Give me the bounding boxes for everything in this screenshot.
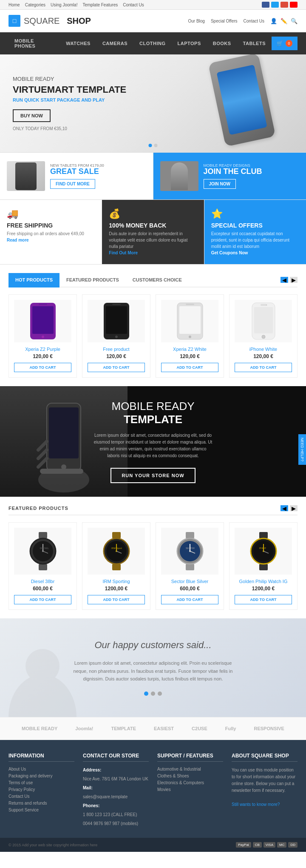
need-help-tab[interactable]: NEED HELP? (298, 434, 306, 465)
footer-packaging-link[interactable]: Packaging and delivery (8, 774, 74, 778)
promo-findout-button[interactable]: FIND OUT MORE (50, 179, 95, 189)
tab-hot-products[interactable]: HOT PRODUCTS (8, 273, 60, 287)
footer-about-link[interactable]: About Us (8, 767, 74, 771)
footer-about-link-more[interactable]: Still wants to know more? (232, 802, 298, 807)
testimonial-dot-3[interactable] (158, 692, 162, 696)
hero-image (136, 54, 306, 152)
tab-featured-products[interactable]: FEATURED PRODUCTS (60, 273, 126, 287)
add-to-cart-diesel[interactable]: ADD TO CART (14, 595, 71, 604)
svg-rect-19 (49, 407, 79, 458)
truck-icon: 🚚 (7, 208, 95, 219)
svg-rect-25 (39, 532, 47, 538)
product-name-free: Free product (88, 347, 145, 352)
header-offers-link[interactable]: Special Offers (211, 19, 238, 23)
footer-automotive-link[interactable]: Automotive & Industrial (157, 767, 223, 771)
footer-returns-link[interactable]: Returns and refunds (8, 801, 74, 805)
product-name-xperia-white: Xperia Z2 White (161, 347, 218, 352)
product-image-irm: IRM Sport (88, 528, 145, 575)
nav-watches[interactable]: Watches (60, 35, 96, 52)
footer-grid: INFORMATION About Us Packaging and deliv… (8, 753, 298, 838)
footer-contact-link[interactable]: Contact Us (8, 794, 74, 799)
add-to-cart-sector[interactable]: ADD TO CART (161, 595, 218, 604)
twitter-icon[interactable] (271, 2, 279, 8)
product-image-xperia-purple (14, 300, 71, 342)
topnav-joomla[interactable]: Using Joomla! (51, 3, 77, 7)
promo-title-2: JOIN THE CLUB (204, 168, 300, 176)
footer-clothes-link[interactable]: Clothes & Shoes (157, 774, 223, 778)
svg-text:DIESEL: DIESEL (40, 547, 49, 549)
pencil-icon[interactable]: ✏️ (280, 18, 287, 24)
partner-joomla: Joomla! (75, 726, 93, 731)
cart-button[interactable]: 🛒 0 (272, 37, 298, 50)
svg-line-23 (38, 458, 47, 467)
footer-info-title: INFORMATION (8, 753, 74, 762)
shipping-link[interactable]: Read more (7, 238, 29, 242)
topnav-home[interactable]: Home (8, 3, 20, 7)
facebook-icon[interactable] (262, 2, 269, 8)
hero-link[interactable]: RUN QUICK START PACKAGE AND PLAY (13, 97, 126, 102)
product-price-free: 120,00 € (88, 353, 145, 359)
add-to-cart-xperia-white[interactable]: ADD TO CART (161, 363, 218, 372)
payment-dd: DD (288, 842, 298, 848)
offers-link[interactable]: Get Coupons Now (211, 250, 248, 255)
cart-count: 0 (286, 40, 292, 47)
nav-clothing[interactable]: Clothing (133, 35, 171, 52)
header-blog-link[interactable]: Our Blog (188, 19, 204, 23)
featured-products-grid: DIESEL Diesel 38br 600,00 € ADD TO CART … (8, 522, 298, 610)
svg-point-14 (262, 335, 265, 339)
nav-mobile-phones[interactable]: Mobile Phones (8, 32, 60, 54)
nav-books[interactable]: Books (207, 35, 237, 52)
tab-customers-choice[interactable]: CUSTOMERS CHOICE (126, 273, 189, 287)
product-image-sector: SECTOR (161, 528, 218, 575)
footer-terms-link[interactable]: Terms of use (8, 780, 74, 785)
cart-icon: 🛒 (277, 40, 283, 46)
topnav-contact[interactable]: Contact Us (123, 3, 144, 7)
youtube-icon[interactable] (290, 2, 298, 8)
run-store-button[interactable]: RUN YOUR STORE NOW (110, 468, 195, 483)
add-to-cart-golden[interactable]: ADD TO CART (235, 595, 292, 604)
nav-tablets[interactable]: Tablets (237, 35, 272, 52)
topnav-features[interactable]: Template Features (82, 3, 118, 7)
user-icon[interactable]: 👤 (270, 18, 277, 24)
googleplus-icon[interactable] (280, 2, 288, 8)
hero-buy-button[interactable]: BUY NOW (13, 109, 51, 122)
footer-privacy-link[interactable]: Privacy Policy (8, 787, 74, 792)
add-to-cart-iphone[interactable]: ADD TO CART (235, 363, 292, 372)
svg-rect-11 (186, 304, 194, 305)
nav-laptops[interactable]: Laptops (171, 35, 207, 52)
partner-fully: Fully (225, 726, 236, 731)
footer-support: SUPPORT / FEATURES Automotive & Industri… (157, 753, 223, 829)
footer-electronics-link[interactable]: Electronics & Computers (157, 780, 223, 785)
add-to-cart-free[interactable]: ADD TO CART (88, 363, 145, 372)
tab-next-button[interactable]: ▶ (290, 277, 298, 283)
promo-person-image (160, 161, 198, 191)
search-icon[interactable]: 🔍 (291, 18, 298, 24)
product-card-free: Free product 120,00 € ADD TO CART (82, 294, 150, 378)
featured-prev-button[interactable]: ◀ (280, 505, 288, 511)
footer-movies-link[interactable]: Movies (157, 787, 223, 792)
featured-next-button[interactable]: ▶ (290, 505, 298, 511)
nav-cameras[interactable]: Cameras (96, 35, 133, 52)
top-nav[interactable]: Home Categories Using Joomla! Template F… (8, 3, 144, 7)
add-to-cart-xperia-purple[interactable]: ADD TO CART (14, 363, 71, 372)
topnav-categories[interactable]: Categories (25, 3, 45, 7)
moneyback-link[interactable]: Find Out More (109, 250, 138, 255)
site-header: □ SQUARE SHOP Our Blog Special Offers Co… (0, 10, 306, 32)
svg-point-2 (42, 336, 44, 338)
testimonial-dot-1[interactable] (144, 692, 148, 696)
svg-rect-41 (186, 532, 194, 538)
testimonials-desc: Lorem ipsum dolor sit amet, consectetur … (68, 659, 238, 683)
header-contact-link[interactable]: Contact Us (244, 19, 264, 23)
svg-rect-9 (179, 306, 201, 334)
testimonial-dot-2[interactable] (151, 692, 155, 696)
featured-section-title: FEATURED PRODUCTS (8, 506, 68, 511)
product-image-diesel: DIESEL (14, 528, 71, 575)
svg-rect-33 (112, 532, 121, 538)
tab-prev-button[interactable]: ◀ (280, 277, 288, 283)
promo-join-button[interactable]: JOIN NOW (204, 179, 236, 189)
site-logo[interactable]: □ SQUARE SHOP (8, 15, 91, 27)
add-to-cart-irm[interactable]: ADD TO CART (88, 595, 145, 604)
footer-support-link[interactable]: Support Service (8, 808, 74, 812)
promo-tablet-image (7, 161, 45, 191)
partner-mobile-ready: MOBILE READY (22, 726, 57, 731)
